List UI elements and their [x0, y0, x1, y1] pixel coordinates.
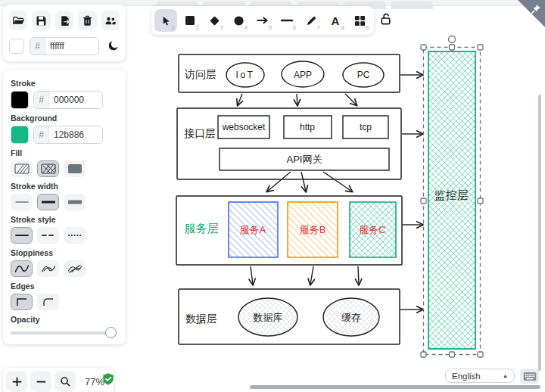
round-edges-icon	[42, 297, 54, 306]
minus-icon	[36, 377, 46, 387]
tool-shapes-library[interactable]: 9	[348, 9, 371, 32]
sloppiness-artist-button[interactable]	[37, 260, 59, 277]
rectangle-icon	[185, 15, 195, 26]
pin-ribbon-icon	[530, 3, 542, 15]
node-service-a: 服务A	[240, 224, 266, 235]
access-layer-box[interactable]: 访问层 IoT APP PC	[179, 54, 400, 92]
tool-shortcut: 4	[244, 24, 248, 31]
edges-round-button[interactable]	[37, 294, 59, 310]
stroke-width-bold-button[interactable]	[37, 194, 59, 210]
service-layer-label: 服务层	[185, 222, 219, 235]
data-layer-label: 数据层	[185, 313, 217, 325]
data-layer-box[interactable]: 数据层 数据库 缓存	[179, 289, 400, 344]
tool-text[interactable]: A 8	[324, 9, 347, 32]
reset-canvas-button[interactable]	[78, 11, 96, 30]
stroke-width-extrabold-button[interactable]	[64, 194, 86, 210]
interface-layer-label: 接口层	[184, 127, 216, 139]
arrows-services-to-data[interactable]	[251, 266, 359, 285]
tool-diamond[interactable]: 3	[203, 9, 226, 32]
rotate-handle[interactable]	[449, 36, 456, 43]
collaboration-button[interactable]	[101, 11, 120, 30]
plus-icon	[12, 377, 22, 387]
thin-line-icon	[15, 201, 29, 204]
stroke-style-dashed-button[interactable]	[37, 227, 59, 244]
dashed-stroke-icon	[42, 234, 55, 237]
tool-rectangle[interactable]: 2	[179, 9, 201, 32]
export-file-icon	[58, 14, 71, 27]
tool-line[interactable]: 6	[276, 9, 298, 32]
users-icon	[104, 14, 117, 27]
service-layer-box[interactable]: 服务层 服务A 服务B 服务C	[176, 196, 402, 265]
node-http: http	[300, 122, 315, 132]
node-tcp: tcp	[360, 122, 372, 132]
arrows-access-to-interface[interactable]	[238, 94, 357, 105]
tool-shortcut: 9	[366, 24, 369, 31]
canvas-background-hex-input[interactable]	[45, 41, 98, 51]
stroke-width-thin-button[interactable]	[11, 194, 33, 210]
zoom-out-button[interactable]	[30, 371, 51, 392]
arrows-to-monitor[interactable]	[400, 75, 422, 310]
hash-prefix: #	[34, 126, 49, 143]
interface-layer-box[interactable]: 接口层 websocket http tcp API网关	[177, 108, 401, 179]
magnifier-icon	[60, 376, 70, 387]
stroke-hex-input[interactable]	[49, 95, 102, 105]
moon-icon	[107, 39, 120, 51]
stroke-style-solid-button[interactable]	[11, 227, 33, 244]
hachure-fill-icon	[14, 163, 30, 174]
tool-shortcut: 1	[172, 24, 175, 31]
fill-crosshatch-button[interactable]	[37, 160, 59, 177]
fill-hachure-button[interactable]	[11, 160, 33, 177]
sloppiness-artist-icon	[41, 264, 56, 273]
sloppiness-cartoonist-button[interactable]	[64, 260, 86, 277]
layers-section-label: Layers	[11, 344, 118, 344]
shield-check-icon[interactable]	[101, 372, 115, 386]
text-tool-glyph: A	[332, 15, 340, 26]
tool-arrow[interactable]: 5	[251, 9, 274, 32]
zoom-bar-island: 77%	[3, 368, 114, 392]
line-tool-icon	[281, 19, 293, 22]
tool-shortcut: 3	[220, 24, 223, 31]
edges-section-label: Edges	[11, 282, 118, 291]
shapes-grid-icon	[354, 15, 366, 26]
vertical-scrollbar[interactable]	[538, 95, 541, 371]
zoom-in-button[interactable]	[6, 371, 27, 392]
keyboard-icon	[523, 372, 537, 381]
tool-draw[interactable]: 7	[300, 9, 322, 32]
tool-shortcut: 2	[196, 24, 199, 31]
stroke-section-label: Stroke	[11, 79, 118, 88]
theme-toggle-button[interactable]	[107, 39, 120, 54]
fill-solid-button[interactable]	[64, 160, 86, 177]
bold-line-icon	[42, 200, 55, 204]
sloppiness-architect-button[interactable]	[11, 260, 33, 277]
tool-selection[interactable]: 1	[154, 9, 177, 32]
export-button[interactable]	[55, 11, 73, 30]
stroke-width-section-label: Stroke width	[11, 182, 118, 191]
node-service-c: 服务C	[359, 224, 385, 235]
canvas-background-swatch[interactable]	[9, 39, 24, 54]
canvas-background-hex: #	[30, 37, 99, 55]
node-service-b: 服务B	[300, 224, 326, 235]
tool-bar-island: 1 2 3 4 5 6 7 A 8 9	[151, 6, 374, 35]
zoom-reset-button[interactable]	[54, 371, 76, 392]
opacity-section-label: Opacity	[11, 315, 118, 324]
language-value: English	[452, 372, 481, 381]
keyboard-shortcuts-button[interactable]	[520, 369, 539, 384]
sloppiness-cartoonist-icon	[67, 264, 83, 273]
style-panel: Stroke # Background # Fill Stroke width	[3, 70, 126, 344]
opacity-slider[interactable]	[11, 327, 117, 339]
tool-ellipse[interactable]: 4	[227, 9, 250, 32]
language-select[interactable]: English ▲	[445, 369, 515, 383]
node-cache: 缓存	[341, 312, 361, 323]
monitor-layer-box[interactable]: 监控层	[428, 51, 475, 349]
stroke-color-swatch[interactable]	[11, 91, 29, 109]
horizontal-scrollbar[interactable]	[250, 385, 540, 389]
crosshatch-fill-icon	[41, 163, 56, 174]
lock-tool-button[interactable]	[377, 11, 395, 29]
edges-sharp-button[interactable]	[11, 294, 33, 310]
background-color-swatch[interactable]	[11, 126, 29, 144]
stroke-style-dotted-button[interactable]	[64, 227, 86, 244]
background-hex-input[interactable]	[49, 129, 102, 140]
opacity-slider-thumb[interactable]	[105, 327, 117, 338]
open-file-button[interactable]	[9, 11, 27, 30]
save-button[interactable]	[32, 11, 50, 30]
